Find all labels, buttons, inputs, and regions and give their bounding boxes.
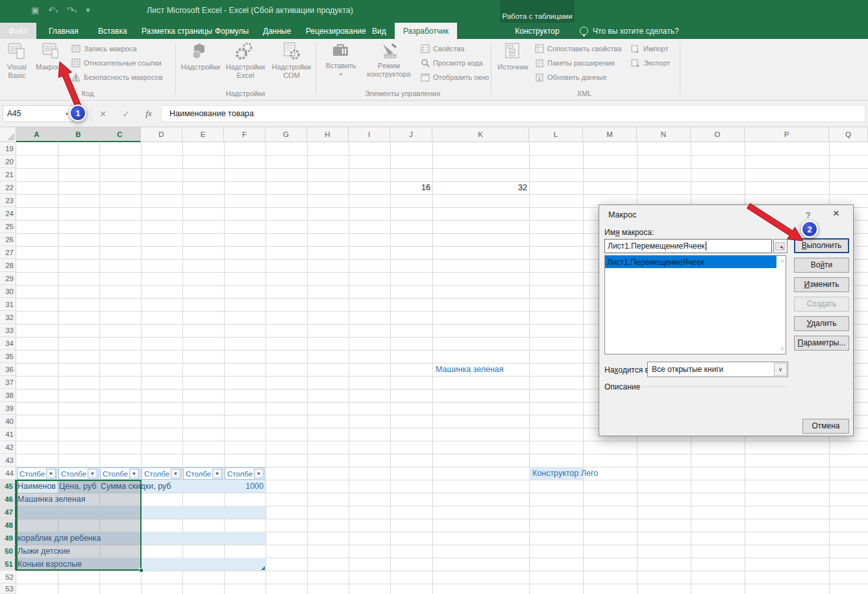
row-header-41[interactable]: 41 bbox=[0, 428, 16, 441]
column-header-G[interactable]: G bbox=[266, 127, 307, 142]
row-header-52[interactable]: 52 bbox=[0, 571, 16, 584]
delete-button[interactable]: Удалить bbox=[794, 316, 849, 331]
tab-developer[interactable]: Разработчик bbox=[395, 23, 457, 39]
relative-references-button[interactable]: Относительные ссылки bbox=[71, 57, 162, 69]
column-header-N[interactable]: N bbox=[637, 127, 691, 142]
row-header-42[interactable]: 42 bbox=[0, 441, 16, 454]
column-header-O[interactable]: O bbox=[691, 127, 745, 142]
table-filter-header[interactable]: Столбе▼ bbox=[183, 467, 223, 480]
import-button[interactable]: Импорт bbox=[631, 43, 668, 55]
tell-me-box[interactable]: Что вы хотите сделать? bbox=[580, 23, 679, 39]
table-filter-header[interactable]: Столбе▼ bbox=[17, 467, 57, 480]
tab-home[interactable]: Главная bbox=[40, 23, 87, 39]
filter-dropdown-icon[interactable]: ▼ bbox=[212, 469, 222, 478]
tab-data[interactable]: Данные bbox=[254, 23, 299, 39]
row-header-21[interactable]: 21 bbox=[0, 168, 16, 181]
row-header-51[interactable]: 51 bbox=[0, 558, 16, 571]
column-header-M[interactable]: M bbox=[583, 127, 637, 142]
row-header-37[interactable]: 37 bbox=[0, 376, 16, 389]
column-header-K[interactable]: K bbox=[432, 127, 529, 142]
row-header-23[interactable]: 23 bbox=[0, 194, 16, 207]
row-header-36[interactable]: 36 bbox=[0, 363, 16, 376]
scroll-down-icon[interactable]: ∨ bbox=[780, 345, 784, 352]
row-header-40[interactable]: 40 bbox=[0, 415, 16, 428]
row-header-31[interactable]: 31 bbox=[0, 298, 16, 311]
table-filter-header[interactable]: Столбе▼ bbox=[225, 467, 265, 480]
enter-entry-icon[interactable]: ✓ bbox=[123, 109, 130, 119]
help-icon[interactable]: ? bbox=[806, 210, 810, 220]
row-header-38[interactable]: 38 bbox=[0, 389, 16, 402]
row-header-35[interactable]: 35 bbox=[0, 350, 16, 363]
scroll-up-icon[interactable]: ∧ bbox=[780, 258, 784, 264]
row-header-32[interactable]: 32 bbox=[0, 311, 16, 324]
macro-security-button[interactable]: Безопасность макросов bbox=[71, 71, 163, 83]
row-header-46[interactable]: 46 bbox=[0, 493, 16, 506]
macro-list[interactable]: Лист1.ПеремещениеЯчеек ∧ ∨ bbox=[604, 255, 786, 354]
select-all-corner[interactable] bbox=[0, 127, 16, 142]
export-button[interactable]: Экспорт bbox=[631, 57, 670, 69]
insert-controls-button[interactable]: Вставить ▾ bbox=[322, 42, 360, 87]
row-header-44[interactable]: 44 bbox=[0, 467, 16, 480]
table-resize-handle[interactable] bbox=[261, 566, 265, 570]
tab-review[interactable]: Рецензирование bbox=[297, 23, 375, 39]
tab-formulas[interactable]: Формулы bbox=[206, 23, 257, 39]
options-button[interactable]: Параметры... bbox=[794, 336, 849, 351]
row-header-24[interactable]: 24 bbox=[0, 207, 16, 220]
insert-function-icon[interactable]: fx bbox=[145, 108, 151, 119]
table-filter-header[interactable]: Столбе▼ bbox=[100, 467, 140, 480]
column-header-H[interactable]: H bbox=[307, 127, 349, 142]
expansion-packs-button[interactable]: Пакеты расширения bbox=[535, 57, 615, 69]
cell-F45[interactable]: 1000 bbox=[224, 482, 264, 491]
column-header-I[interactable]: I bbox=[349, 127, 390, 142]
column-header-C[interactable]: C bbox=[99, 127, 141, 142]
column-header-J[interactable]: J bbox=[390, 127, 432, 142]
column-header-B[interactable]: B bbox=[58, 127, 99, 142]
name-box-dropdown-icon[interactable]: ▾ bbox=[66, 111, 68, 117]
source-button[interactable]: Источник bbox=[495, 42, 531, 87]
row-header-48[interactable]: 48 bbox=[0, 519, 16, 532]
row-header-27[interactable]: 27 bbox=[0, 246, 16, 259]
column-header-L[interactable]: L bbox=[529, 127, 583, 142]
step-into-button[interactable]: Войти bbox=[794, 258, 849, 273]
row-header-45[interactable]: 45 bbox=[0, 480, 16, 493]
excel-addins-button[interactable]: Надстройки Excel bbox=[223, 42, 267, 87]
tab-file[interactable]: Файл bbox=[0, 23, 36, 39]
column-header-F[interactable]: F bbox=[224, 127, 266, 142]
location-select[interactable]: Все открытые книги ∨ bbox=[647, 362, 788, 377]
row-header-30[interactable]: 30 bbox=[0, 285, 16, 298]
tab-insert[interactable]: Вставка bbox=[90, 23, 136, 39]
macro-name-input[interactable]: Лист1.ПеремещениеЯчеек bbox=[604, 239, 772, 253]
cell-J22[interactable]: 16 bbox=[390, 183, 430, 192]
cell-K22[interactable]: 32 bbox=[432, 183, 527, 192]
close-icon[interactable]: × bbox=[833, 207, 839, 220]
row-header-34[interactable]: 34 bbox=[0, 337, 16, 350]
properties-button[interactable]: Свойства bbox=[421, 43, 464, 55]
filter-dropdown-icon[interactable]: ▼ bbox=[129, 469, 139, 478]
cell-L44[interactable]: Конструктор Лего bbox=[532, 469, 598, 478]
design-mode-button[interactable]: Режим конструктора bbox=[362, 42, 415, 87]
refedit-button[interactable] bbox=[773, 239, 787, 253]
tab-table-design[interactable]: Конструктор bbox=[500, 23, 575, 39]
row-header-19[interactable]: 19 bbox=[0, 142, 16, 155]
row-header-29[interactable]: 29 bbox=[0, 272, 16, 285]
row-header-50[interactable]: 50 bbox=[0, 545, 16, 558]
table-filter-header[interactable]: Столбе▼ bbox=[58, 467, 99, 480]
column-header-D[interactable]: D bbox=[141, 127, 182, 142]
name-box[interactable]: A45 ▾ bbox=[3, 105, 73, 122]
view-code-button[interactable]: Просмотр кода bbox=[421, 57, 483, 69]
cancel-entry-icon[interactable]: ✕ bbox=[99, 109, 106, 119]
run-button[interactable]: Выполнить bbox=[794, 238, 849, 253]
row-header-20[interactable]: 20 bbox=[0, 155, 16, 168]
filter-dropdown-icon[interactable]: ▼ bbox=[88, 469, 97, 478]
row-header-39[interactable]: 39 bbox=[0, 402, 16, 415]
location-dropdown-icon[interactable]: ∨ bbox=[774, 363, 787, 376]
row-header-25[interactable]: 25 bbox=[0, 220, 16, 233]
visual-basic-button[interactable]: Visual Basic bbox=[3, 42, 31, 87]
tab-view[interactable]: Вид bbox=[364, 23, 395, 39]
row-header-33[interactable]: 33 bbox=[0, 324, 16, 337]
row-header-26[interactable]: 26 bbox=[0, 233, 16, 246]
column-header-Q[interactable]: Q bbox=[829, 127, 868, 142]
edit-button[interactable]: Изменить bbox=[794, 277, 849, 292]
cell-J36[interactable]: Машинка зеленая bbox=[436, 365, 504, 374]
column-header-A[interactable]: A bbox=[16, 127, 58, 142]
